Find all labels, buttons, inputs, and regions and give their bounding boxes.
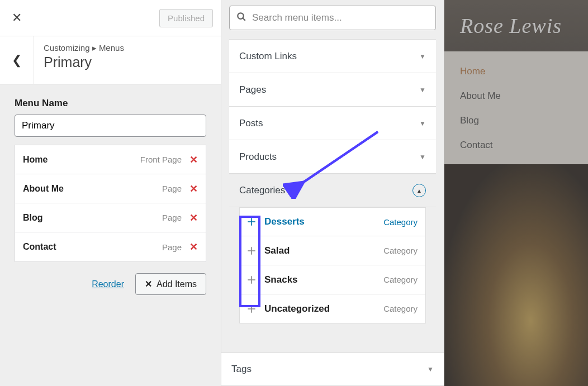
search-wrap[interactable] [229, 6, 436, 30]
accordion-label: Custom Links [239, 51, 297, 62]
category-title: Snacks [264, 274, 383, 285]
back-button[interactable]: ❮ [0, 36, 34, 84]
add-items-panel: Custom Links▼ Pages▼ Posts▼ Products▼ Ca… [221, 0, 444, 386]
close-customizer-button[interactable]: ✕ [0, 0, 34, 36]
add-items-button[interactable]: ✕ Add Items [135, 273, 206, 295]
category-title: Salad [264, 245, 383, 256]
search-input[interactable] [252, 12, 429, 23]
accordion-pages[interactable]: Pages▼ [229, 73, 436, 107]
accordion-label: Products [239, 151, 277, 163]
accordion-products[interactable]: Products▼ [229, 140, 436, 174]
menu-item-type: Page [162, 213, 182, 222]
remove-item-button[interactable]: ✕ [189, 212, 198, 224]
menu-item[interactable]: Contact Page ✕ [15, 232, 206, 261]
accordion-label: Pages [239, 84, 266, 96]
accordion-categories[interactable]: Categories ▲ [229, 174, 436, 207]
menu-item-type: Front Page [140, 155, 182, 164]
chevron-up-icon: ▲ [412, 184, 426, 197]
chevron-down-icon: ▼ [419, 53, 426, 60]
chevron-left-icon: ❮ [12, 53, 22, 68]
plus-icon[interactable] [242, 216, 261, 227]
accordion-label: Posts [239, 118, 263, 129]
remove-item-button[interactable]: ✕ [189, 183, 198, 195]
accordion-list: Custom Links▼ Pages▼ Posts▼ Products▼ Ca… [229, 39, 436, 323]
category-title: Uncategorized [264, 303, 383, 314]
accordion-label: Categories [239, 185, 285, 196]
svg-point-0 [238, 13, 244, 19]
customizer-panel: ✕ Published ❮ Customizing ▸ Menus Primar… [0, 0, 221, 386]
menu-name-label: Menu Name [15, 98, 206, 109]
close-icon: ✕ [145, 279, 152, 289]
add-items-label: Add Items [157, 279, 197, 289]
chevron-down-icon: ▼ [419, 153, 426, 161]
menu-item[interactable]: About Me Page ✕ [15, 174, 206, 203]
breadcrumb-part: Customizing [44, 43, 90, 53]
menu-item-title: About Me [23, 184, 162, 194]
svg-line-1 [243, 18, 245, 21]
remove-item-button[interactable]: ✕ [189, 241, 198, 253]
chevron-down-icon: ▼ [419, 86, 426, 94]
menu-item-title: Blog [23, 213, 162, 223]
menu-item-type: Page [162, 242, 182, 252]
plus-icon[interactable] [242, 274, 261, 285]
reorder-link[interactable]: Reorder [92, 279, 124, 289]
breadcrumb: Customizing ▸ Menus [44, 43, 221, 53]
menu-item-title: Contact [23, 242, 162, 252]
category-title: Desserts [264, 216, 383, 227]
breadcrumb-sep: ▸ [92, 43, 99, 53]
customizer-topbar: ✕ Published [0, 0, 221, 36]
categories-items: Desserts Category Salad Category Snacks … [229, 207, 436, 323]
category-item[interactable]: Desserts Category [239, 207, 426, 236]
accordion-custom-links[interactable]: Custom Links▼ [229, 40, 436, 73]
category-type: Category [383, 304, 418, 313]
page-title: Primary [44, 54, 221, 70]
breadcrumb-row: ❮ Customizing ▸ Menus Primary [0, 36, 221, 84]
accordion-label: Tags [231, 364, 252, 375]
site-preview: Rose Lewis HomeAbout MeBlogContact [444, 0, 588, 386]
chevron-down-icon: ▼ [419, 120, 426, 127]
remove-item-button[interactable]: ✕ [189, 154, 198, 166]
menu-items-list: Home Front Page ✕About Me Page ✕Blog Pag… [15, 145, 206, 262]
published-button[interactable]: Published [159, 9, 213, 27]
accordion-tags[interactable]: Tags▼ [221, 352, 444, 386]
menu-item[interactable]: Blog Page ✕ [15, 203, 206, 232]
breadcrumb-part: Menus [99, 43, 124, 53]
category-type: Category [383, 275, 418, 284]
category-item[interactable]: Uncategorized Category [239, 294, 426, 323]
plus-icon[interactable] [242, 245, 261, 256]
close-icon: ✕ [12, 11, 22, 25]
category-type: Category [383, 217, 418, 227]
search-icon [236, 12, 246, 25]
menu-item-title: Home [23, 155, 140, 165]
plus-icon[interactable] [242, 303, 261, 314]
chevron-down-icon: ▼ [427, 365, 434, 373]
category-type: Category [383, 246, 418, 255]
preview-overlay [444, 0, 588, 386]
menu-item[interactable]: Home Front Page ✕ [15, 145, 206, 174]
menu-name-input[interactable] [15, 115, 206, 137]
accordion-posts[interactable]: Posts▼ [229, 107, 436, 140]
category-item[interactable]: Snacks Category [239, 265, 426, 294]
category-item[interactable]: Salad Category [239, 236, 426, 265]
menu-item-type: Page [162, 184, 182, 193]
